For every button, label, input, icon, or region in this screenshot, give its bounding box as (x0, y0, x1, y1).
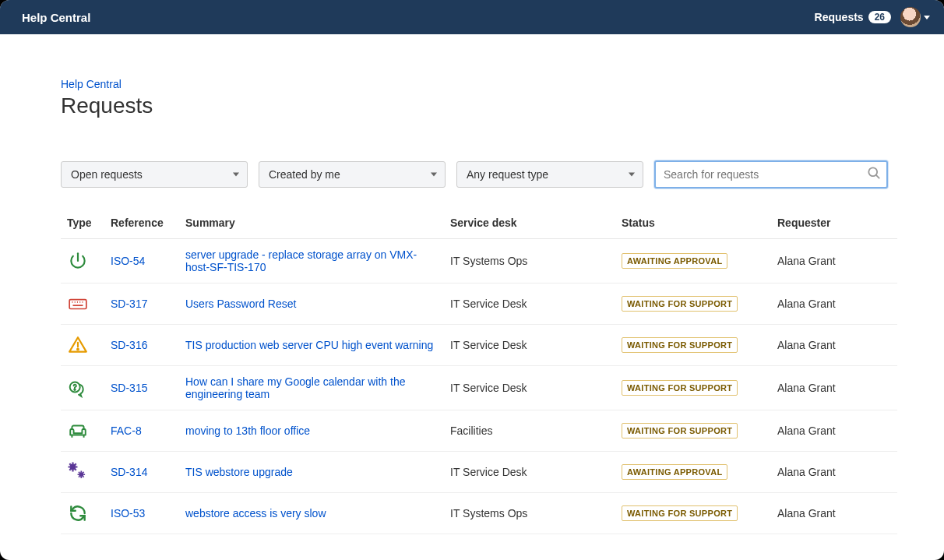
svg-line-30 (83, 477, 84, 477)
requester-cell: Alana Grant (771, 239, 897, 284)
filter-creator-select[interactable]: Created by me (259, 161, 446, 188)
svg-point-15 (70, 464, 76, 470)
svg-point-12 (74, 389, 76, 390)
status-badge: WAITING FOR SUPPORT (622, 296, 738, 312)
svg-line-29 (79, 472, 79, 473)
requester-cell: Alana Grant (771, 452, 897, 493)
requester-cell: Alana Grant (771, 325, 897, 366)
summary-link[interactable]: TIS webstore upgrade (185, 466, 293, 478)
chevron-down-icon (233, 173, 239, 177)
refresh-icon (67, 502, 89, 524)
status-badge: WAITING FOR SUPPORT (622, 337, 738, 353)
col-header-requester[interactable]: Requester (771, 209, 897, 239)
table-row: SD-315How can I share my Google calendar… (61, 366, 897, 410)
requester-cell: Alana Grant (771, 410, 897, 452)
topbar: Help Central Requests 26 (0, 0, 944, 34)
filter-type-select[interactable]: Any request type (456, 161, 643, 188)
breadcrumb: Help Central (61, 78, 897, 90)
requester-cell: Alana Grant (771, 284, 897, 325)
col-header-status[interactable]: Status (615, 209, 771, 239)
service-desk-cell: IT Service Desk (444, 366, 615, 410)
reference-link[interactable]: SD-314 (111, 466, 147, 478)
search-icon[interactable] (866, 165, 882, 184)
col-header-summary[interactable]: Summary (179, 209, 444, 239)
table-row: ISO-54server upgrade - replace storage a… (61, 239, 897, 284)
summary-link[interactable]: TIS production web server CPU high event… (185, 339, 433, 351)
breadcrumb-parent-link[interactable]: Help Central (61, 78, 122, 90)
gears-icon (67, 461, 89, 483)
question-bubble-icon (67, 377, 89, 399)
filter-status-value: Open requests (71, 168, 143, 181)
table-row: SD-314TIS webstore upgradeIT Service Des… (61, 452, 897, 493)
filters-row: Open requests Created by me Any request … (61, 160, 897, 188)
status-badge: WAITING FOR SUPPORT (622, 505, 738, 521)
chevron-down-icon (629, 173, 635, 177)
service-desk-cell: IT Systems Ops (444, 239, 615, 284)
reference-link[interactable]: ISO-54 (111, 255, 145, 267)
search-wrap (654, 160, 888, 188)
summary-link[interactable]: webstore access is very slow (185, 507, 326, 519)
keyboard-icon (67, 293, 89, 315)
table-row: SD-317Users Password ResetIT Service Des… (61, 284, 897, 325)
service-desk-cell: IT Service Desk (444, 452, 615, 493)
svg-point-10 (77, 349, 79, 350)
couch-icon (67, 420, 89, 442)
reference-link[interactable]: SD-316 (111, 339, 147, 351)
svg-line-23 (75, 463, 76, 464)
svg-line-20 (69, 463, 70, 464)
app-title[interactable]: Help Central (22, 11, 90, 24)
topbar-requests-label: Requests (815, 11, 864, 23)
status-badge: AWAITING APPROVAL (622, 464, 727, 480)
topbar-requests-badge: 26 (868, 11, 891, 23)
requester-cell: Alana Grant (771, 493, 897, 534)
table-row: ISO-53webstore access is very slowIT Sys… (61, 493, 897, 534)
summary-link[interactable]: server upgrade - replace storage array o… (185, 248, 417, 273)
svg-point-24 (79, 472, 84, 477)
status-badge: WAITING FOR SUPPORT (622, 423, 738, 438)
avatar (900, 7, 921, 27)
service-desk-cell: IT Service Desk (444, 284, 615, 325)
svg-line-21 (75, 469, 76, 470)
app-window: Help Central Requests 26 Help Central Re… (0, 0, 944, 560)
svg-line-31 (79, 477, 79, 477)
status-badge: WAITING FOR SUPPORT (622, 380, 738, 396)
service-desk-cell: IT Systems Ops (444, 493, 615, 534)
svg-line-22 (69, 469, 70, 470)
filter-creator-value: Created by me (269, 168, 340, 181)
filter-status-select[interactable]: Open requests (61, 161, 248, 188)
warning-icon (67, 334, 89, 356)
col-header-service-desk[interactable]: Service desk (444, 209, 615, 239)
chevron-down-icon (431, 173, 437, 177)
page-title: Requests (61, 93, 897, 118)
reference-link[interactable]: SD-317 (111, 298, 147, 310)
summary-link[interactable]: moving to 13th floor office (185, 424, 310, 437)
power-icon (67, 250, 89, 272)
reference-link[interactable]: ISO-53 (111, 507, 145, 519)
requester-cell: Alana Grant (771, 366, 897, 410)
table-row: SD-316TIS production web server CPU high… (61, 325, 897, 366)
content: Help Central Requests Open requests Crea… (0, 78, 944, 534)
user-menu[interactable] (900, 7, 930, 27)
col-header-type[interactable]: Type (61, 209, 104, 239)
topbar-requests-link[interactable]: Requests 26 (815, 11, 891, 23)
table-header-row: Type Reference Summary Service desk Stat… (61, 209, 897, 239)
summary-link[interactable]: Users Password Reset (185, 298, 296, 310)
service-desk-cell: Facilities (444, 410, 615, 452)
chevron-down-icon (924, 16, 930, 19)
summary-link[interactable]: How can I share my Google calendar with … (185, 375, 405, 400)
svg-rect-2 (69, 300, 86, 309)
col-header-reference[interactable]: Reference (104, 209, 179, 239)
table-row: FAC-8moving to 13th floor officeFaciliti… (61, 410, 897, 452)
reference-link[interactable]: SD-315 (111, 382, 147, 394)
svg-line-32 (83, 472, 84, 473)
status-badge: AWAITING APPROVAL (622, 253, 727, 269)
filter-type-value: Any request type (467, 168, 548, 181)
reference-link[interactable]: FAC-8 (111, 424, 142, 437)
requests-table: Type Reference Summary Service desk Stat… (61, 209, 897, 534)
service-desk-cell: IT Service Desk (444, 325, 615, 366)
svg-line-1 (876, 175, 879, 178)
search-input[interactable] (654, 160, 888, 188)
